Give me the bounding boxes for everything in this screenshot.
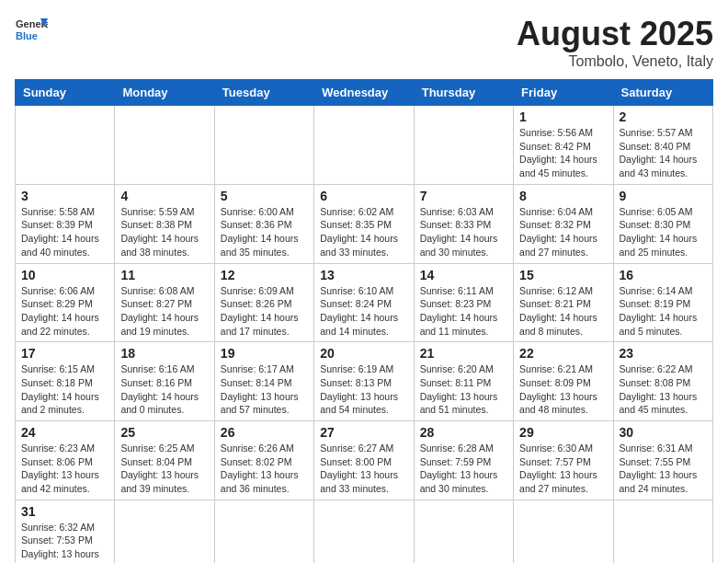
day-number: 13 <box>320 268 407 282</box>
day-info: Sunrise: 6:28 AMSunset: 7:59 PMDaylight:… <box>420 442 507 496</box>
calendar-cell: 16Sunrise: 6:14 AMSunset: 8:19 PMDayligh… <box>613 263 712 342</box>
day-header-monday: Monday <box>115 80 214 106</box>
calendar-cell: 12Sunrise: 6:09 AMSunset: 8:26 PMDayligh… <box>214 263 313 342</box>
day-info: Sunrise: 6:15 AMSunset: 8:18 PMDaylight:… <box>21 362 108 417</box>
day-info: Sunrise: 6:05 AMSunset: 8:30 PMDaylight:… <box>620 205 707 259</box>
day-info: Sunrise: 6:14 AMSunset: 8:19 PMDaylight:… <box>620 284 707 339</box>
day-info: Sunrise: 6:30 AMSunset: 7:57 PMDaylight:… <box>519 442 607 496</box>
calendar-week-6: 31Sunrise: 6:32 AMSunset: 7:53 PMDayligh… <box>16 500 713 563</box>
day-number: 3 <box>21 189 108 203</box>
day-info: Sunrise: 6:10 AMSunset: 8:24 PMDaylight:… <box>320 284 407 339</box>
day-number: 16 <box>620 268 707 282</box>
calendar-cell: 20Sunrise: 6:19 AMSunset: 8:13 PMDayligh… <box>314 342 414 421</box>
day-info: Sunrise: 6:11 AMSunset: 8:23 PMDaylight:… <box>420 284 507 339</box>
day-info: Sunrise: 6:21 AMSunset: 8:09 PMDaylight:… <box>519 362 607 417</box>
calendar-cell <box>314 106 414 185</box>
svg-text:Blue: Blue <box>16 30 38 41</box>
calendar-cell: 24Sunrise: 6:23 AMSunset: 8:06 PMDayligh… <box>16 421 115 500</box>
calendar-body: 1Sunrise: 5:56 AMSunset: 8:42 PMDaylight… <box>16 106 713 564</box>
calendar-cell: 1Sunrise: 5:56 AMSunset: 8:42 PMDaylight… <box>514 106 613 185</box>
day-number: 29 <box>519 425 607 440</box>
month-title: August 2025 <box>517 15 713 53</box>
day-number: 17 <box>21 346 108 361</box>
location-subtitle: Tombolo, Veneto, Italy <box>517 53 713 70</box>
day-number: 19 <box>221 346 308 361</box>
calendar-cell: 15Sunrise: 6:12 AMSunset: 8:21 PMDayligh… <box>514 263 613 342</box>
day-info: Sunrise: 5:59 AMSunset: 8:38 PMDaylight:… <box>120 205 208 259</box>
calendar-cell: 21Sunrise: 6:20 AMSunset: 8:11 PMDayligh… <box>414 342 513 421</box>
calendar-cell <box>115 106 214 185</box>
calendar-cell: 13Sunrise: 6:10 AMSunset: 8:24 PMDayligh… <box>314 263 414 342</box>
calendar-cell: 8Sunrise: 6:04 AMSunset: 8:32 PMDaylight… <box>514 184 613 263</box>
calendar-header-row: SundayMondayTuesdayWednesdayThursdayFrid… <box>16 80 713 106</box>
calendar-cell: 3Sunrise: 5:58 AMSunset: 8:39 PMDaylight… <box>16 184 115 263</box>
calendar-week-1: 1Sunrise: 5:56 AMSunset: 8:42 PMDaylight… <box>16 106 713 185</box>
calendar-table: SundayMondayTuesdayWednesdayThursdayFrid… <box>15 79 713 563</box>
calendar-cell: 17Sunrise: 6:15 AMSunset: 8:18 PMDayligh… <box>16 342 115 421</box>
calendar-cell: 18Sunrise: 6:16 AMSunset: 8:16 PMDayligh… <box>115 342 214 421</box>
day-number: 27 <box>320 425 407 440</box>
day-number: 20 <box>320 346 407 361</box>
day-header-sunday: Sunday <box>16 80 115 106</box>
calendar-cell: 22Sunrise: 6:21 AMSunset: 8:09 PMDayligh… <box>514 342 613 421</box>
calendar-cell <box>414 500 513 563</box>
day-info: Sunrise: 6:00 AMSunset: 8:36 PMDaylight:… <box>221 205 308 259</box>
day-number: 28 <box>420 425 507 440</box>
calendar-cell: 19Sunrise: 6:17 AMSunset: 8:14 PMDayligh… <box>214 342 313 421</box>
day-number: 24 <box>21 425 108 440</box>
calendar-cell: 2Sunrise: 5:57 AMSunset: 8:40 PMDaylight… <box>613 106 712 185</box>
logo: General Blue <box>15 15 48 48</box>
day-number: 2 <box>620 109 707 124</box>
day-header-wednesday: Wednesday <box>314 80 414 106</box>
calendar-cell <box>613 500 712 563</box>
day-number: 21 <box>420 346 507 361</box>
day-header-friday: Friday <box>514 80 613 106</box>
calendar-cell: 14Sunrise: 6:11 AMSunset: 8:23 PMDayligh… <box>414 263 513 342</box>
calendar-cell <box>214 106 313 185</box>
day-number: 23 <box>620 346 707 361</box>
calendar-cell: 26Sunrise: 6:26 AMSunset: 8:02 PMDayligh… <box>214 421 313 500</box>
day-number: 7 <box>420 189 507 203</box>
calendar-cell: 9Sunrise: 6:05 AMSunset: 8:30 PMDaylight… <box>613 184 712 263</box>
day-info: Sunrise: 6:27 AMSunset: 8:00 PMDaylight:… <box>320 442 407 496</box>
day-number: 4 <box>120 189 208 203</box>
day-info: Sunrise: 6:03 AMSunset: 8:33 PMDaylight:… <box>420 205 507 259</box>
day-info: Sunrise: 6:25 AMSunset: 8:04 PMDaylight:… <box>120 442 208 496</box>
calendar-week-2: 3Sunrise: 5:58 AMSunset: 8:39 PMDaylight… <box>16 184 713 263</box>
day-info: Sunrise: 6:26 AMSunset: 8:02 PMDaylight:… <box>221 442 308 496</box>
day-info: Sunrise: 5:56 AMSunset: 8:42 PMDaylight:… <box>519 126 607 180</box>
day-number: 15 <box>519 268 607 282</box>
day-info: Sunrise: 6:17 AMSunset: 8:14 PMDaylight:… <box>221 362 308 417</box>
day-number: 10 <box>21 268 108 282</box>
calendar-week-4: 17Sunrise: 6:15 AMSunset: 8:18 PMDayligh… <box>16 342 713 421</box>
day-number: 14 <box>420 268 507 282</box>
calendar-cell: 28Sunrise: 6:28 AMSunset: 7:59 PMDayligh… <box>414 421 513 500</box>
day-info: Sunrise: 6:02 AMSunset: 8:35 PMDaylight:… <box>320 205 407 259</box>
day-info: Sunrise: 6:31 AMSunset: 7:55 PMDaylight:… <box>620 442 707 496</box>
day-info: Sunrise: 6:20 AMSunset: 8:11 PMDaylight:… <box>420 362 507 417</box>
day-info: Sunrise: 6:12 AMSunset: 8:21 PMDaylight:… <box>519 284 607 339</box>
day-number: 1 <box>519 109 607 124</box>
calendar-cell: 25Sunrise: 6:25 AMSunset: 8:04 PMDayligh… <box>115 421 214 500</box>
calendar-cell: 30Sunrise: 6:31 AMSunset: 7:55 PMDayligh… <box>613 421 712 500</box>
calendar-cell: 23Sunrise: 6:22 AMSunset: 8:08 PMDayligh… <box>613 342 712 421</box>
calendar-cell <box>314 500 414 563</box>
day-info: Sunrise: 6:23 AMSunset: 8:06 PMDaylight:… <box>21 442 108 496</box>
calendar-cell <box>514 500 613 563</box>
day-number: 9 <box>620 189 707 203</box>
day-number: 5 <box>221 189 308 203</box>
calendar-week-5: 24Sunrise: 6:23 AMSunset: 8:06 PMDayligh… <box>16 421 713 500</box>
day-info: Sunrise: 6:32 AMSunset: 7:53 PMDaylight:… <box>21 521 108 563</box>
day-number: 31 <box>21 504 108 519</box>
day-number: 12 <box>221 268 308 282</box>
day-number: 30 <box>620 425 707 440</box>
day-number: 18 <box>120 346 208 361</box>
day-number: 22 <box>519 346 607 361</box>
day-info: Sunrise: 6:09 AMSunset: 8:26 PMDaylight:… <box>221 284 308 339</box>
day-info: Sunrise: 6:06 AMSunset: 8:29 PMDaylight:… <box>21 284 108 339</box>
calendar-cell: 4Sunrise: 5:59 AMSunset: 8:38 PMDaylight… <box>115 184 214 263</box>
day-number: 26 <box>221 425 308 440</box>
calendar-cell: 27Sunrise: 6:27 AMSunset: 8:00 PMDayligh… <box>314 421 414 500</box>
calendar-cell <box>414 106 513 185</box>
day-header-thursday: Thursday <box>414 80 513 106</box>
